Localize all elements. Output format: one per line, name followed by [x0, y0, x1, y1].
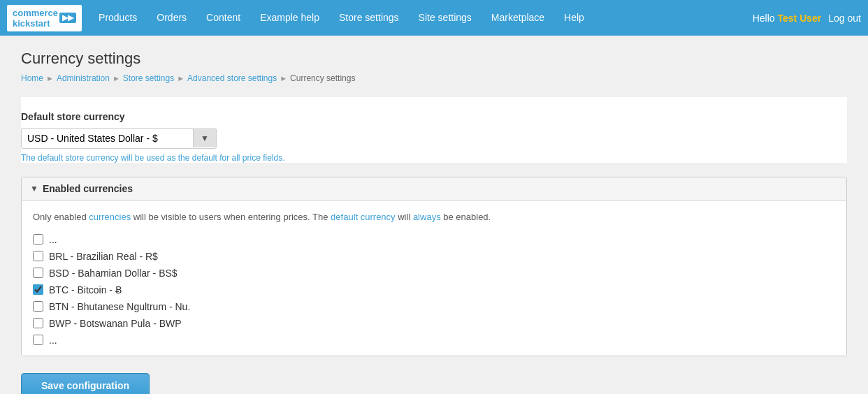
currency-label-bwp[interactable]: BWP - Botswanan Pula - BWP [49, 318, 182, 329]
nav-links: Products Orders Content Example help Sto… [89, 0, 753, 36]
currency-list: ... BRL - Brazilian Real - R$ BSD - Baha… [33, 234, 835, 346]
navbar: commercekickstart ▶▶ Products Orders Con… [0, 0, 868, 36]
save-configuration-button[interactable]: Save configuration [21, 373, 150, 395]
panel-title: Enabled currencies [43, 183, 133, 194]
username-label: Test User [778, 13, 822, 24]
currency-label-btc[interactable]: BTC - Bitcoin - Ƀ [49, 284, 122, 296]
default-currency-section: Default store currency USD - United Stat… [21, 97, 847, 163]
breadcrumb-sep-2: ► [177, 74, 185, 82]
nav-right: Hello Test User Log out [753, 13, 861, 24]
breadcrumb-sep-1: ► [113, 74, 120, 82]
currency-select-wrapper[interactable]: USD - United States Dollar - $ EUR - Eur… [21, 128, 217, 149]
nav-marketplace[interactable]: Marketplace [482, 0, 554, 36]
currency-checkbox-brl[interactable] [33, 251, 43, 261]
currency-label-6[interactable]: ... [49, 335, 57, 346]
default-currency-label: Default store currency [21, 111, 847, 122]
page-wrapper: Currency settings Home ► Administration … [0, 36, 868, 394]
currency-label-btn[interactable]: BTN - Bhutanese Ngultrum - Nu. [49, 301, 190, 312]
currency-label-0[interactable]: ... [49, 234, 57, 245]
list-item: BTC - Bitcoin - Ƀ [33, 284, 835, 296]
breadcrumb-advanced-store-settings[interactable]: Advanced store settings [187, 73, 277, 83]
currency-checkbox-bwp[interactable] [33, 318, 43, 328]
brand-logo[interactable]: commercekickstart ▶▶ [7, 5, 82, 31]
nav-help[interactable]: Help [554, 0, 594, 36]
breadcrumb: Home ► Administration ► Store settings ►… [21, 73, 847, 83]
breadcrumb-store-settings[interactable]: Store settings [123, 73, 174, 83]
breadcrumb-current: Currency settings [290, 73, 355, 83]
breadcrumb-home[interactable]: Home [21, 73, 43, 83]
nav-site-settings[interactable]: Site settings [409, 0, 482, 36]
currency-checkbox-0[interactable] [33, 234, 43, 245]
currency-checkbox-bsd[interactable] [33, 268, 43, 278]
list-item: ... [33, 335, 835, 346]
select-arrow-button[interactable]: ▼ [193, 129, 216, 147]
currency-checkbox-btn[interactable] [33, 301, 43, 312]
nav-content[interactable]: Content [196, 0, 250, 36]
list-item: BTN - Bhutanese Ngultrum - Nu. [33, 301, 835, 312]
breadcrumb-administration[interactable]: Administration [57, 73, 110, 83]
enabled-currencies-panel: ▼ Enabled currencies Only enabled curren… [21, 177, 847, 356]
nav-store-settings[interactable]: Store settings [329, 0, 409, 36]
currency-label-brl[interactable]: BRL - Brazilian Real - R$ [49, 251, 158, 262]
currency-hint: The default store currency will be used … [21, 153, 847, 163]
list-item: BWP - Botswanan Pula - BWP [33, 318, 835, 329]
hello-text: Hello Test User [753, 13, 822, 24]
default-currency-highlight: default currency [331, 212, 396, 222]
breadcrumb-sep-3: ► [280, 74, 287, 82]
currencies-highlight: currencies [89, 212, 131, 222]
list-item: BRL - Brazilian Real - R$ [33, 251, 835, 262]
nav-products[interactable]: Products [89, 0, 147, 36]
list-item: BSD - Bahamian Dollar - BS$ [33, 268, 835, 279]
currency-label-bsd[interactable]: BSD - Bahamian Dollar - BS$ [49, 268, 178, 279]
currency-checkbox-6[interactable] [33, 335, 43, 345]
list-item: ... [33, 234, 835, 245]
panel-toggle-icon[interactable]: ▼ [30, 184, 38, 194]
panel-body: Only enabled currencies will be visible … [22, 200, 846, 356]
brand-arrow-icon: ▶▶ [59, 13, 76, 23]
page-title: Currency settings [21, 50, 847, 68]
panel-header: ▼ Enabled currencies [22, 177, 846, 200]
brand-name-text: commercekickstart [13, 8, 58, 29]
nav-example-help[interactable]: Example help [250, 0, 329, 36]
currency-checkbox-btc[interactable] [33, 284, 43, 295]
logout-link[interactable]: Log out [828, 13, 861, 24]
currency-select[interactable]: USD - United States Dollar - $ EUR - Eur… [22, 129, 193, 148]
panel-description: Only enabled currencies will be visible … [33, 210, 835, 224]
breadcrumb-sep-0: ► [46, 74, 54, 82]
always-highlight: always [413, 212, 441, 222]
nav-orders[interactable]: Orders [147, 0, 196, 36]
